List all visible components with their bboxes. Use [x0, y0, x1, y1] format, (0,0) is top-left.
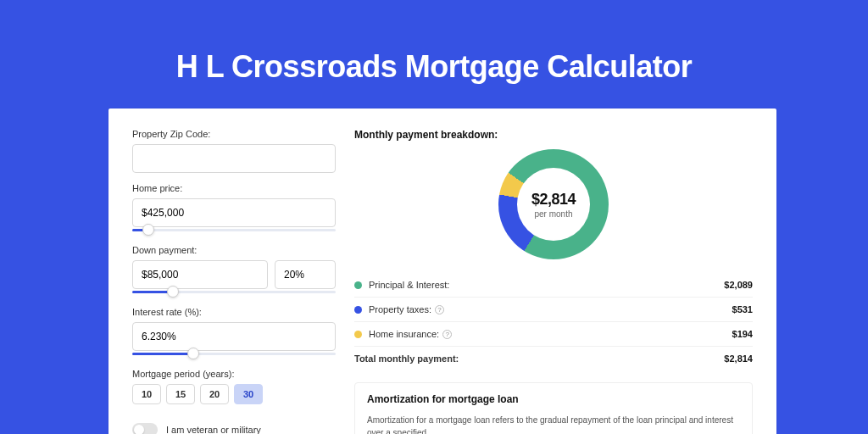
period-option-30[interactable]: 30 [234, 384, 263, 404]
price-input[interactable] [132, 198, 336, 227]
donut-center-caption: per month [534, 209, 572, 219]
down-slider[interactable] [132, 288, 336, 297]
rate-input[interactable] [132, 322, 336, 351]
insurance-dot-icon [354, 331, 362, 338]
rate-slider-thumb[interactable] [187, 348, 199, 359]
breakdown-heading: Monthly payment breakdown: [354, 129, 753, 141]
down-label: Down payment: [132, 245, 336, 255]
legend-row-insurance: Home insurance:?$194 [354, 321, 753, 346]
period-options: 10152030 [132, 384, 336, 404]
zip-label: Property Zip Code: [132, 129, 336, 139]
calculator-card: Property Zip Code: Home price: Down paym… [108, 108, 776, 434]
legend-value: $531 [732, 304, 753, 314]
input-panel: Property Zip Code: Home price: Down paym… [132, 129, 336, 434]
donut-center-value: $2,814 [531, 191, 576, 209]
info-icon[interactable]: ? [435, 305, 444, 314]
zip-input[interactable] [132, 144, 336, 173]
donut-chart: $2,814 per month [354, 149, 753, 259]
down-amount-input[interactable] [132, 260, 268, 289]
taxes-dot-icon [354, 306, 362, 314]
legend-row-principal: Principal & Interest:$2,089 [354, 273, 753, 297]
legend: Principal & Interest:$2,089Property taxe… [354, 273, 753, 370]
price-slider-thumb[interactable] [142, 224, 154, 236]
legend-row-total: Total monthly payment:$2,814 [354, 346, 753, 370]
price-label: Home price: [132, 183, 336, 193]
down-slider-thumb[interactable] [167, 286, 179, 298]
legend-value: $194 [732, 329, 753, 339]
legend-label: Principal & Interest: [369, 280, 724, 290]
down-percent-input[interactable] [275, 260, 336, 289]
legend-label: Property taxes:? [369, 304, 732, 314]
legend-value: $2,089 [724, 280, 753, 290]
veteran-toggle[interactable] [132, 423, 158, 434]
rate-slider[interactable] [132, 350, 336, 359]
veteran-label: I am veteran or military [166, 425, 261, 434]
period-option-20[interactable]: 20 [200, 384, 229, 404]
info-icon[interactable]: ? [442, 330, 452, 339]
breakdown-panel: Monthly payment breakdown: $2,814 per mo… [354, 129, 753, 434]
principal-dot-icon [354, 281, 362, 289]
page-title: H L Crossroads Mortgage Calculator [0, 0, 868, 85]
legend-label: Home insurance:? [369, 329, 732, 339]
amortization-heading: Amortization for mortgage loan [367, 393, 740, 405]
period-option-10[interactable]: 10 [132, 384, 161, 404]
period-label: Mortgage period (years): [132, 369, 336, 379]
rate-label: Interest rate (%): [132, 307, 336, 317]
price-slider[interactable] [132, 226, 336, 235]
legend-row-taxes: Property taxes:?$531 [354, 297, 753, 321]
amortization-body: Amortization for a mortgage loan refers … [367, 414, 740, 434]
amortization-card: Amortization for mortgage loan Amortizat… [354, 382, 753, 434]
period-option-15[interactable]: 15 [166, 384, 195, 404]
